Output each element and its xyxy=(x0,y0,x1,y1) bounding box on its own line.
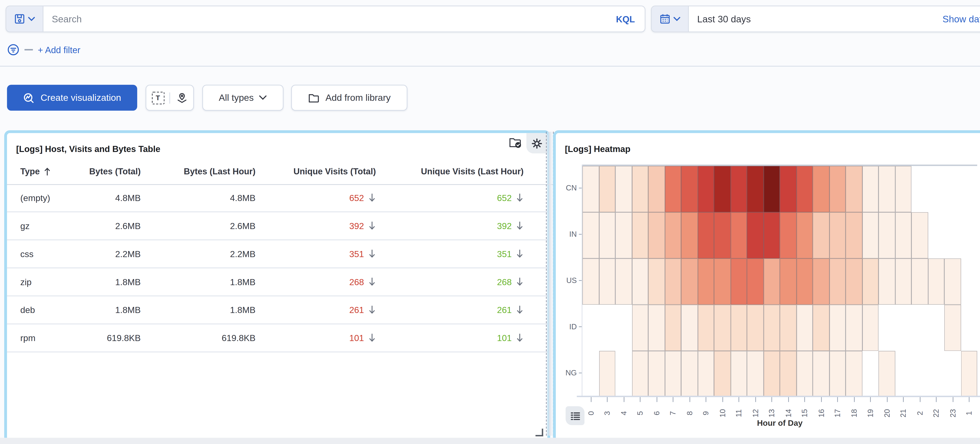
heatmap-cell[interactable] xyxy=(730,212,747,259)
heatmap-cell[interactable] xyxy=(796,351,813,397)
heatmap-cell[interactable] xyxy=(780,212,796,259)
heatmap-cell[interactable] xyxy=(714,212,730,259)
heatmap-cell[interactable] xyxy=(862,259,878,305)
heatmap-cell[interactable] xyxy=(599,166,615,212)
heatmap-cell[interactable] xyxy=(632,305,648,351)
heatmap-cell[interactable] xyxy=(944,305,961,351)
column-header-visits-last-hour[interactable]: Unique Visits (Last Hour) xyxy=(376,166,524,176)
heatmap-cell[interactable] xyxy=(878,351,895,397)
heatmap-cell[interactable] xyxy=(698,166,714,212)
heatmap-cell[interactable] xyxy=(862,212,878,259)
heatmap-cell[interactable] xyxy=(714,259,730,305)
heatmap-cell[interactable] xyxy=(665,212,681,259)
arrow-down-icon[interactable] xyxy=(516,249,523,258)
heatmap-cell[interactable] xyxy=(961,351,977,397)
heatmap-cell[interactable] xyxy=(599,351,615,397)
arrow-down-icon[interactable] xyxy=(516,334,523,342)
folder-check-icon[interactable] xyxy=(509,136,522,149)
heatmap-cell[interactable] xyxy=(648,305,665,351)
heatmap-cell[interactable] xyxy=(829,259,846,305)
heatmap-cell[interactable] xyxy=(912,259,928,305)
heatmap-cell[interactable] xyxy=(813,259,829,305)
heatmap-cell[interactable] xyxy=(878,212,895,259)
heatmap-cell[interactable] xyxy=(878,166,895,212)
heatmap-cell[interactable] xyxy=(862,305,878,351)
heatmap-cell[interactable] xyxy=(747,166,764,212)
heatmap-cell[interactable] xyxy=(632,166,648,212)
add-filter-button[interactable]: + Add filter xyxy=(38,45,80,55)
heatmap-cell[interactable] xyxy=(829,351,846,397)
heatmap-cell[interactable] xyxy=(665,259,681,305)
heatmap-cell[interactable] xyxy=(928,259,944,305)
heatmap-cell[interactable] xyxy=(764,259,780,305)
heatmap-cell[interactable] xyxy=(681,259,698,305)
create-visualization-button[interactable]: Create visualization xyxy=(7,85,137,110)
arrow-down-icon[interactable] xyxy=(368,334,376,342)
heatmap-cell[interactable] xyxy=(714,166,730,212)
heatmap-cell[interactable] xyxy=(846,166,862,212)
heatmap-cell[interactable] xyxy=(615,166,632,212)
saved-query-menu-button[interactable] xyxy=(6,6,43,32)
panel-title[interactable]: [Logs] Host, Visits and Bytes Table xyxy=(16,145,160,154)
heatmap-cell[interactable] xyxy=(681,212,698,259)
heatmap-cell[interactable] xyxy=(764,212,780,259)
heatmap-cell[interactable] xyxy=(582,212,599,259)
column-header-type[interactable]: Type xyxy=(21,166,85,176)
heatmap-cell[interactable] xyxy=(665,351,681,397)
heatmap-cell[interactable] xyxy=(796,259,813,305)
panel-gutter[interactable] xyxy=(546,132,554,436)
heatmap-cell[interactable] xyxy=(648,259,665,305)
heatmap-cell[interactable] xyxy=(813,351,829,397)
heatmap-cell[interactable] xyxy=(780,351,796,397)
heatmap-cell[interactable] xyxy=(895,212,912,259)
arrow-down-icon[interactable] xyxy=(368,277,376,286)
filter-icon[interactable] xyxy=(7,43,20,56)
heatmap-cell[interactable] xyxy=(747,305,764,351)
arrow-down-icon[interactable] xyxy=(516,305,523,315)
date-quick-menu-button[interactable] xyxy=(652,6,689,32)
heatmap-cell[interactable] xyxy=(698,259,714,305)
arrow-down-icon[interactable] xyxy=(368,305,376,315)
heatmap-cell[interactable] xyxy=(846,212,862,259)
heatmap-cell[interactable] xyxy=(648,212,665,259)
heatmap-cell[interactable] xyxy=(912,212,928,259)
heatmap-cell[interactable] xyxy=(846,305,862,351)
heatmap-cell[interactable] xyxy=(862,166,878,212)
heatmap-cell[interactable] xyxy=(648,166,665,212)
heatmap-cell[interactable] xyxy=(944,259,961,305)
column-header-visits-total[interactable]: Unique Visits (Total) xyxy=(256,166,376,176)
heatmap-cell[interactable] xyxy=(764,351,780,397)
heatmap-cell[interactable] xyxy=(599,259,615,305)
heatmap-cell[interactable] xyxy=(698,351,714,397)
heatmap-cell[interactable] xyxy=(714,351,730,397)
heatmap-cell[interactable] xyxy=(829,166,846,212)
heatmap-cell[interactable] xyxy=(599,212,615,259)
heatmap-cell[interactable] xyxy=(764,166,780,212)
heatmap-cell[interactable] xyxy=(582,166,599,212)
heatmap-cell[interactable] xyxy=(747,212,764,259)
add-from-library-button[interactable]: Add from library xyxy=(291,85,407,110)
heatmap-cell[interactable] xyxy=(796,166,813,212)
column-header-bytes-last-hour[interactable]: Bytes (Last Hour) xyxy=(141,166,256,176)
heatmap-cell[interactable] xyxy=(730,259,747,305)
heatmap-cell[interactable] xyxy=(829,305,846,351)
heatmap-cell[interactable] xyxy=(747,259,764,305)
column-header-bytes-total[interactable]: Bytes (Total) xyxy=(85,166,141,176)
heatmap-cell[interactable] xyxy=(796,305,813,351)
heatmap-cell[interactable] xyxy=(615,259,632,305)
heatmap-cell[interactable] xyxy=(895,166,912,212)
heatmap-cell[interactable] xyxy=(780,259,796,305)
heatmap-cell[interactable] xyxy=(730,166,747,212)
heatmap-cell[interactable] xyxy=(764,305,780,351)
arrow-down-icon[interactable] xyxy=(516,193,523,202)
heatmap-cell[interactable] xyxy=(615,212,632,259)
heatmap-cell[interactable] xyxy=(813,305,829,351)
heatmap-cell[interactable] xyxy=(846,351,862,397)
heatmap-cell[interactable] xyxy=(681,351,698,397)
heatmap-cell[interactable] xyxy=(665,305,681,351)
heatmap-cell[interactable] xyxy=(895,259,912,305)
arrow-down-icon[interactable] xyxy=(368,221,376,230)
heatmap-cell[interactable] xyxy=(698,212,714,259)
arrow-down-icon[interactable] xyxy=(368,193,376,202)
heatmap-cell[interactable] xyxy=(878,259,895,305)
